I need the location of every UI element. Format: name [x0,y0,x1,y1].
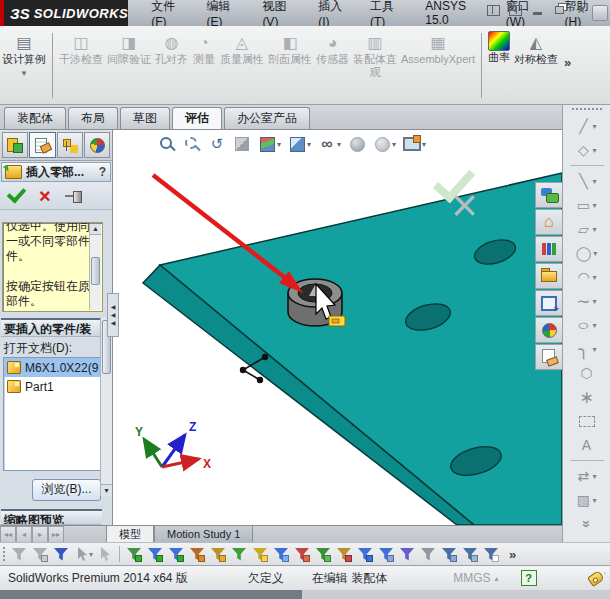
装配体直观[interactable]: ▥ 装配体直观 [351,31,399,79]
ribbon-tab[interactable]: 草图 [120,107,170,129]
filter-sketch-segments-icon[interactable] [314,545,332,563]
sketch-tool-icon[interactable]: » [579,517,595,531]
heads-up-item[interactable]: ▾ [288,135,311,153]
heads-up-item[interactable] [348,135,366,153]
传感器[interactable]: ◕ 传感器 [314,31,351,79]
间隙验证[interactable]: ◨ 间隙验证 [105,31,153,79]
ribbon-tab[interactable]: 评估 [172,107,222,129]
filter-axes-icon[interactable] [230,545,248,563]
view-orientation-icon[interactable] [258,135,276,153]
split-horizontal-icon[interactable] [486,4,500,16]
solidworks-resources-icon[interactable]: ⌂ [535,209,562,235]
sketch-tool-icon[interactable]: ▱ [576,221,590,237]
section-view-icon[interactable] [233,135,251,153]
solidworks-forum-icon[interactable] [535,182,562,208]
heads-up-item[interactable] [183,135,201,153]
toolbar-grip[interactable] [3,547,5,561]
scroll-down-icon[interactable]: ▼ [101,484,112,496]
previous-tab-icon[interactable]: ◂ [16,526,32,543]
filter-surface-bodies-icon[interactable] [209,545,227,563]
chevron-down-icon[interactable]: ▾ [592,201,596,210]
minimize-window-icon[interactable] [530,4,544,16]
chevron-up-icon[interactable]: ▴ [495,574,499,583]
sketch-tool-icon[interactable]: ╮ [576,339,590,360]
sketch-tool-icon[interactable]: ⇄ [576,468,590,484]
quick-tips-icon[interactable]: ? [521,570,537,586]
sketch-tool-icon[interactable] [579,416,595,427]
filter-vertices-icon[interactable] [125,545,143,563]
filter-dimensions-icon[interactable] [398,545,416,563]
point-icon[interactable]: ∗ [563,385,610,409]
sketch-tool-icon[interactable]: ▧ [576,492,590,508]
heads-up-item[interactable] [233,135,251,153]
first-tab-icon[interactable]: ◂◂ [0,526,16,543]
model-tab[interactable]: 模型 [106,526,154,543]
text-icon[interactable]: A [563,433,610,457]
chevron-down-icon[interactable]: ▾ [277,140,281,149]
sketch-tool-icon[interactable]: ◯ [576,245,592,261]
appearances-scenes-icon[interactable] [535,317,562,343]
command-tool-button[interactable]: 曲率 [486,31,512,66]
heads-up-item[interactable]: ▾ [373,135,396,153]
filter-sketch-icon[interactable] [293,545,311,563]
sketch-tool-icon[interactable]: A [580,437,594,453]
assemblyxpert[interactable]: ▦ AssemblyXpert [399,31,477,79]
select-cursor-icon[interactable] [73,545,91,563]
toolbar-overflow-button[interactable]: » [564,55,571,70]
孔对齐[interactable]: ◍ 孔对齐 [153,31,190,79]
display-manager-tab[interactable] [84,132,110,158]
ribbon-tab[interactable]: 装配体 [4,107,66,129]
chevron-down-icon[interactable]: ▾ [593,297,597,306]
chevron-down-icon[interactable]: ▾ [422,140,426,149]
magnified-select-icon[interactable] [96,545,114,563]
file-explorer-icon[interactable] [535,263,562,289]
filter-edges-icon[interactable] [146,545,164,563]
filter-solid-bodies-icon[interactable] [188,545,206,563]
filter-clear-all-icon[interactable] [31,545,49,563]
filter-weld-symbols-icon[interactable] [482,545,500,563]
next-tab-icon[interactable]: ▸ [32,526,48,543]
chevron-down-icon[interactable]: ▾ [593,249,597,258]
sketch-fillet-icon[interactable]: ╮ ▾ [563,337,610,361]
sketch-tool-icon[interactable]: ∗ [579,387,593,408]
circle-icon[interactable]: ◯ ▾ [563,241,610,265]
质量属性[interactable]: ◬ 质量属性 [218,31,266,79]
heads-up-item[interactable]: ▾ [403,135,426,153]
spline-icon[interactable]: ∼ ▾ [563,289,610,313]
command-tool-button[interactable]: ◭ 对称检查 [512,31,560,66]
chevron-down-icon[interactable]: ▾ [592,146,596,155]
filter-centerlines-icon[interactable] [377,545,395,563]
sketch-tool-icon[interactable]: ◇ [576,142,590,158]
toolbar-grip[interactable] [572,108,602,110]
filter-balloons-icon[interactable] [461,545,479,563]
chevron-down-icon[interactable]: ▾ [592,345,596,354]
sketch-tool-icon[interactable]: ◠ [576,269,590,285]
view-settings-icon[interactable] [403,135,421,153]
arc-icon[interactable]: ◠ ▾ [563,265,610,289]
split-vertical-icon[interactable] [508,4,522,16]
last-tab-icon[interactable]: ▸▸ [48,526,64,543]
chevron-down-icon[interactable]: ▾ [592,273,596,282]
help-icon[interactable]: ? [99,165,107,179]
sketch-tool-icon[interactable]: ⬡ [580,365,594,381]
polygon-icon[interactable]: ⬡ [563,361,610,385]
configuration-manager-tab[interactable] [57,132,83,158]
hide-show-items-icon[interactable]: ∞ [318,135,336,153]
sketch-tool-icon[interactable]: ○ [570,315,598,335]
zoom-fit-icon[interactable] [158,135,176,153]
restore-window-icon[interactable] [552,4,566,16]
chevron-down-icon[interactable]: ▾ [392,140,396,149]
干涉检查[interactable]: ◫ 干涉检查 [57,31,105,79]
mirror-entities-icon[interactable]: ⇄ ▾ [563,464,610,488]
chevron-down-icon[interactable]: ▾ [592,122,596,131]
ellipse-icon[interactable]: ○ ▾ [563,313,610,337]
ribbon-tab[interactable]: 办公室产品 [224,107,310,129]
heads-up-item[interactable] [158,135,176,153]
corner-rectangle-icon[interactable]: ▭ ▾ [563,193,610,217]
resize-grip[interactable]: ⋰ [597,571,608,582]
document-list-item[interactable]: M6X1.0X22(9 [4,358,103,377]
edit-appearance-icon[interactable] [348,135,366,153]
menu-right-icon[interactable] [592,5,608,21]
剖面属性[interactable]: ◧ 剖面属性 [266,31,314,79]
filter-midpoints-icon[interactable] [335,545,353,563]
